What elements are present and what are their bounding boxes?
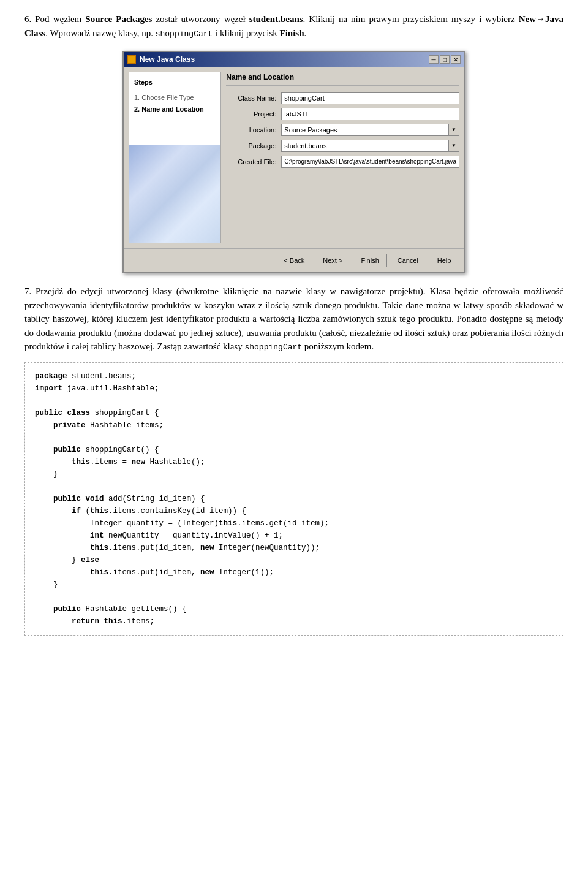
created-file-row: Created File: C:\programy\labJSTL\src\ja…	[226, 156, 459, 168]
code-kw-this6: this	[104, 617, 123, 626]
dialog-left-bg	[129, 145, 221, 243]
code-hashtable1: Hashtable items;	[90, 421, 164, 430]
code-kw-this3: this	[219, 519, 237, 528]
finish-button[interactable]: Finish	[353, 254, 386, 267]
code-hashtable2: Hashtable getItems() {	[86, 605, 187, 614]
dialog-buttons: < Back Next > Finish Cancel Help	[124, 248, 464, 272]
location-label: Location:	[226, 125, 281, 135]
code-block: package student.beans; import java.util.…	[24, 362, 564, 636]
created-file-value: C:\programy\labJSTL\src\java\student\bea…	[281, 156, 459, 168]
code-kw-else: else	[81, 556, 99, 564]
back-button[interactable]: < Back	[276, 254, 312, 267]
project-label: Project:	[226, 109, 281, 120]
code-contains-key: .items.containsKey(id_item)) {	[108, 507, 246, 515]
dialog-steps: 1. Choose File Type 2. Name and Location	[134, 93, 216, 115]
code-kw-public3: public	[53, 495, 81, 503]
code-close1: }	[53, 470, 58, 479]
code-new-int1: Integer(newQuantity));	[214, 544, 320, 552]
dialog-left-panel: Steps 1. Choose File Type 2. Name and Lo…	[129, 72, 221, 243]
dialog-right-panel: Name and Location Class Name: Project: L…	[226, 72, 459, 243]
created-file-label: Created File:	[226, 157, 281, 167]
right-panel-title: Name and Location	[226, 72, 459, 86]
code-kw-new2: new	[200, 544, 214, 552]
code-constructor: shoppingCart() {	[86, 446, 159, 454]
code-kw-new1: new	[132, 458, 146, 466]
step-2: 2. Name and Location	[134, 104, 216, 115]
code-kw-int: int	[90, 531, 104, 540]
dialog-icon	[127, 55, 136, 64]
help-button[interactable]: Help	[429, 254, 459, 267]
code-kw-this2: this	[90, 507, 108, 515]
code-classname: shoppingCart {	[95, 409, 159, 417]
dialog-title-text: New Java Class	[140, 54, 195, 65]
student-beans-bold: student.beans	[249, 14, 303, 24]
code-kw-void: void	[86, 495, 104, 503]
code-new-int2: Integer(1));	[214, 568, 274, 577]
close-button[interactable]: ✕	[451, 55, 461, 64]
paragraph-6: 6. Pod węzłem Source Packages został utw…	[24, 12, 564, 40]
code-this1-text: .items =	[90, 458, 132, 466]
code-kw-private: private	[53, 421, 86, 430]
code-kw-if: if	[72, 507, 81, 515]
para6-text6: .	[304, 28, 307, 38]
dialog-controls: ─ □ ✕	[429, 55, 461, 64]
para6-text5: i kliknij przycisk	[213, 28, 279, 38]
class-name-label: Class Name:	[226, 93, 281, 104]
class-name-row: Class Name:	[226, 92, 459, 104]
code-kw-return: return	[72, 617, 99, 626]
code-kw-this1: this	[72, 458, 90, 466]
source-packages-bold: Source Packages	[85, 14, 152, 24]
code-package-name: student.beans;	[72, 372, 136, 381]
para7-prefix: 7.	[24, 286, 31, 296]
steps-title: Steps	[134, 77, 216, 88]
next-button[interactable]: Next >	[315, 254, 350, 267]
code-import-name: java.util.Hashtable;	[67, 384, 159, 393]
code-new1-text: Hashtable();	[145, 458, 205, 466]
para7-text2: poniższym kodem.	[302, 341, 374, 351]
code-kw-this4: this	[90, 544, 108, 552]
package-label: Package:	[226, 141, 281, 151]
dialog-title: New Java Class	[127, 54, 195, 65]
package-input[interactable]	[281, 140, 448, 152]
code-kw-public2: public	[53, 446, 81, 454]
shopping-cart-mono2: shoppingCart	[244, 343, 302, 352]
location-input[interactable]	[281, 124, 448, 136]
code-put2: .items.put(id_item,	[108, 568, 200, 577]
maximize-button[interactable]: □	[440, 55, 450, 64]
new-java-class-dialog: New Java Class ─ □ ✕ Steps 1. Choose Fil…	[123, 51, 466, 273]
code-kw-public1: public	[35, 409, 62, 417]
code-get-item: .items.get(id_item);	[237, 519, 329, 528]
paragraph-7: 7. Przejdź do edycji utworzonej klasy (d…	[24, 284, 564, 354]
class-name-input[interactable]	[281, 92, 459, 104]
location-row: Location: ▼	[226, 124, 459, 136]
cancel-button[interactable]: Cancel	[390, 254, 426, 267]
step-1: 1. Choose File Type	[134, 93, 216, 103]
code-integer1: Integer quantity = (Integer)	[90, 519, 219, 528]
package-dropdown-btn[interactable]: ▼	[448, 140, 459, 152]
code-new-qty: newQuantity = quantity.intValue() + 1;	[104, 531, 284, 540]
para6-text4: . Wprowadź nazwę klasy, np.	[45, 28, 156, 38]
code-put1: .items.put(id_item,	[108, 544, 200, 552]
dialog-body: Steps 1. Choose File Type 2. Name and Lo…	[124, 67, 464, 248]
location-dropdown-btn[interactable]: ▼	[448, 124, 459, 136]
code-add-method: add(String id_item) {	[108, 495, 205, 503]
code-kw-public4: public	[53, 605, 81, 614]
para6-text2: został utworzony węzeł	[152, 14, 249, 24]
para6-text1: Pod węzłem	[31, 14, 85, 24]
para6-text3: . Kliknij na nim prawym przyciskiem mysz…	[303, 14, 519, 24]
code-close3: }	[53, 580, 58, 589]
dialog-titlebar: New Java Class ─ □ ✕	[124, 52, 464, 67]
code-kw-import: import	[35, 384, 62, 393]
shopping-cart-mono: shoppingCart	[156, 29, 213, 39]
minimize-button[interactable]: ─	[429, 55, 439, 64]
para6-prefix: 6.	[24, 14, 31, 24]
package-row: Package: ▼	[226, 140, 459, 152]
package-dropdown: ▼	[281, 140, 459, 152]
code-return-items: .items;	[123, 617, 155, 626]
step1-num: 1.	[134, 94, 140, 101]
para7-text: Przejdź do edycji utworzonej klasy (dwuk…	[24, 286, 564, 351]
project-row: Project:	[226, 108, 459, 120]
code-kw-class1: class	[67, 409, 91, 417]
code-kw-new3: new	[200, 568, 214, 577]
project-input[interactable]	[281, 108, 459, 120]
